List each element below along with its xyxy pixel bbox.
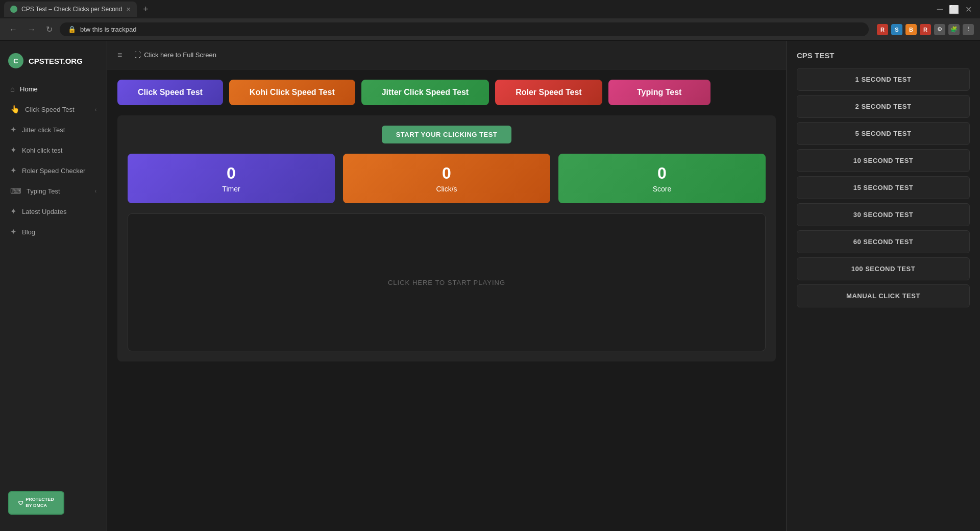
- sidebar-bottom: 🛡 PROTECTEDBY DMCA: [0, 483, 107, 523]
- start-test-button[interactable]: START YOUR CLICKING TEST: [382, 126, 512, 143]
- timer-label: Timer: [138, 185, 325, 193]
- stats-row: 0 Timer 0 Click/s 0 Score: [128, 154, 766, 203]
- ext-icon-6[interactable]: 🧩: [948, 24, 960, 35]
- test-btn-10-second[interactable]: 10 SECOND TEST: [797, 149, 970, 172]
- ext-icon-3[interactable]: B: [905, 24, 917, 35]
- fullscreen-button[interactable]: ⛶ Click here to Full Screen: [127, 48, 224, 62]
- sidebar-item-typing[interactable]: ⌨ Typing Test ‹: [2, 181, 105, 201]
- tab-jitter-label: Jitter Click Speed Test: [382, 88, 469, 96]
- blog-icon: ✦: [10, 227, 17, 236]
- sidebar-item-kohi[interactable]: ✦ Kohi click test: [2, 140, 105, 160]
- forward-button[interactable]: →: [24, 23, 39, 36]
- test-btn-manual[interactable]: MANUAL CLICK TEST: [797, 284, 970, 307]
- tab-typing-label: Typing Test: [637, 88, 681, 96]
- clicks-card: 0 Click/s: [343, 154, 550, 203]
- main-content: ≡ ⛶ Click here to Full Screen Click Spee…: [107, 41, 786, 531]
- sidebar-item-label-typing: Typing Test: [27, 187, 60, 195]
- tab-kohi-label: Kohi Click Speed Test: [250, 88, 335, 96]
- fullscreen-label: Click here to Full Screen: [144, 51, 216, 59]
- timer-card: 0 Timer: [128, 154, 335, 203]
- sidebar-item-label-roler: Roler Speed Checker: [22, 167, 85, 175]
- sidebar-item-updates[interactable]: ✦ Latest Updates: [2, 202, 105, 221]
- sidebar-item-jitter[interactable]: ✦ Jitter click Test: [2, 120, 105, 139]
- test-btn-manual-label: MANUAL CLICK TEST: [846, 292, 920, 300]
- sidebar-item-home[interactable]: ⌂ Home: [2, 80, 105, 99]
- typing-icon: ⌨: [10, 186, 21, 196]
- close-window-button[interactable]: ✕: [965, 5, 972, 14]
- updates-icon: ✦: [10, 207, 17, 216]
- test-btn-2-second-label: 2 SECOND TEST: [855, 103, 912, 110]
- tab-kohi-click-speed-test[interactable]: Kohi Click Speed Test: [229, 80, 355, 105]
- sidebar-item-label-click: Click Speed Test: [25, 106, 75, 113]
- tab-jitter-click-speed-test[interactable]: Jitter Click Speed Test: [361, 80, 489, 105]
- test-btn-60-second[interactable]: 60 SECOND TEST: [797, 230, 970, 253]
- chevron-right-icon: ‹: [95, 107, 96, 112]
- timer-value: 0: [138, 164, 325, 183]
- cps-test-title: CPS TEST: [797, 51, 970, 60]
- topbar: ≡ ⛶ Click here to Full Screen: [107, 41, 786, 69]
- browser-chrome: CPS Test – Check Clicks per Second ✕ + ─…: [0, 0, 980, 41]
- home-icon: ⌂: [10, 85, 15, 93]
- test-btn-1-second[interactable]: 1 SECOND TEST: [797, 68, 970, 91]
- address-input[interactable]: 🔒 btw this is trackpad: [60, 22, 869, 36]
- nav-tabs: Click Speed Test Kohi Click Speed Test J…: [107, 69, 786, 105]
- test-btn-100-second[interactable]: 100 SECOND TEST: [797, 257, 970, 280]
- sidebar-logo: C CPSTEST.ORG: [0, 49, 107, 79]
- refresh-button[interactable]: ↻: [43, 22, 56, 36]
- sidebar-item-roler[interactable]: ✦ Roler Speed Checker: [2, 161, 105, 180]
- ext-icon-5[interactable]: ⚙: [934, 24, 945, 35]
- sidebar-item-label-home: Home: [20, 85, 38, 93]
- sidebar-item-blog[interactable]: ✦ Blog: [2, 222, 105, 242]
- tab-typing-test[interactable]: Typing Test: [608, 80, 710, 105]
- browser-tabs: CPS Test – Check Clicks per Second ✕ + ─…: [0, 0, 980, 18]
- test-btn-10-second-label: 10 SECOND TEST: [853, 157, 914, 164]
- kohi-icon: ✦: [10, 146, 17, 155]
- click-area-text: CLICK HERE TO START PLAYING: [388, 279, 505, 286]
- dmca-shield-icon: 🛡: [18, 500, 23, 506]
- click-area[interactable]: CLICK HERE TO START PLAYING: [128, 213, 766, 351]
- lock-icon: 🔒: [68, 26, 76, 33]
- test-btn-30-second-label: 30 SECOND TEST: [853, 211, 914, 219]
- test-btn-2-second[interactable]: 2 SECOND TEST: [797, 95, 970, 118]
- tab-click-label: Click Speed Test: [138, 88, 203, 96]
- tab-roler-label: Roler Speed Test: [516, 88, 582, 96]
- ext-icon-7[interactable]: ⋮: [963, 24, 974, 35]
- dmca-text: PROTECTEDBY DMCA: [26, 497, 54, 509]
- tab-roler-speed-test[interactable]: Roler Speed Test: [495, 80, 602, 105]
- address-text: btw this is trackpad: [80, 26, 137, 33]
- test-btn-1-second-label: 1 SECOND TEST: [855, 76, 912, 83]
- tab-click-speed-test[interactable]: Click Speed Test: [117, 80, 223, 105]
- ext-icon-2[interactable]: S: [891, 24, 902, 35]
- clicks-value: 0: [353, 164, 540, 183]
- ext-icon-1[interactable]: R: [877, 24, 888, 35]
- app-layout: C CPSTEST.ORG ⌂ Home 👆 Click Speed Test …: [0, 41, 980, 531]
- active-tab[interactable]: CPS Test – Check Clicks per Second ✕: [4, 2, 137, 17]
- test-btn-30-second[interactable]: 30 SECOND TEST: [797, 203, 970, 226]
- window-controls: ─ ⬜ ✕: [937, 5, 976, 14]
- test-btn-100-second-label: 100 SECOND TEST: [851, 265, 915, 273]
- test-btn-5-second[interactable]: 5 SECOND TEST: [797, 122, 970, 145]
- sidebar-item-label-blog: Blog: [22, 228, 35, 236]
- maximize-button[interactable]: ⬜: [949, 5, 959, 14]
- jitter-icon: ✦: [10, 125, 17, 134]
- new-tab-button[interactable]: +: [139, 4, 153, 15]
- game-section: START YOUR CLICKING TEST 0 Timer 0 Click…: [117, 115, 776, 361]
- test-btn-5-second-label: 5 SECOND TEST: [855, 130, 912, 137]
- roler-icon: ✦: [10, 166, 17, 175]
- dmca-badge[interactable]: 🛡 PROTECTEDBY DMCA: [8, 491, 64, 515]
- tab-close-button[interactable]: ✕: [126, 6, 131, 13]
- sidebar-item-label-updates: Latest Updates: [22, 208, 66, 215]
- menu-icon[interactable]: ≡: [117, 51, 122, 60]
- test-btn-60-second-label: 60 SECOND TEST: [853, 238, 914, 246]
- ext-icon-4[interactable]: R: [920, 24, 931, 35]
- logo-text: CPSTEST.ORG: [29, 57, 83, 65]
- logo-icon: C: [8, 53, 23, 68]
- back-button[interactable]: ←: [6, 23, 20, 36]
- address-bar: ← → ↻ 🔒 btw this is trackpad R S B R ⚙ 🧩…: [0, 18, 980, 41]
- test-btn-15-second[interactable]: 15 SECOND TEST: [797, 176, 970, 199]
- tab-favicon-icon: [10, 6, 17, 13]
- minimize-button[interactable]: ─: [937, 5, 943, 14]
- sidebar-item-click-speed-test[interactable]: 👆 Click Speed Test ‹: [2, 100, 105, 119]
- tab-title: CPS Test – Check Clicks per Second: [21, 6, 122, 13]
- typing-arrow-icon: ‹: [95, 188, 96, 194]
